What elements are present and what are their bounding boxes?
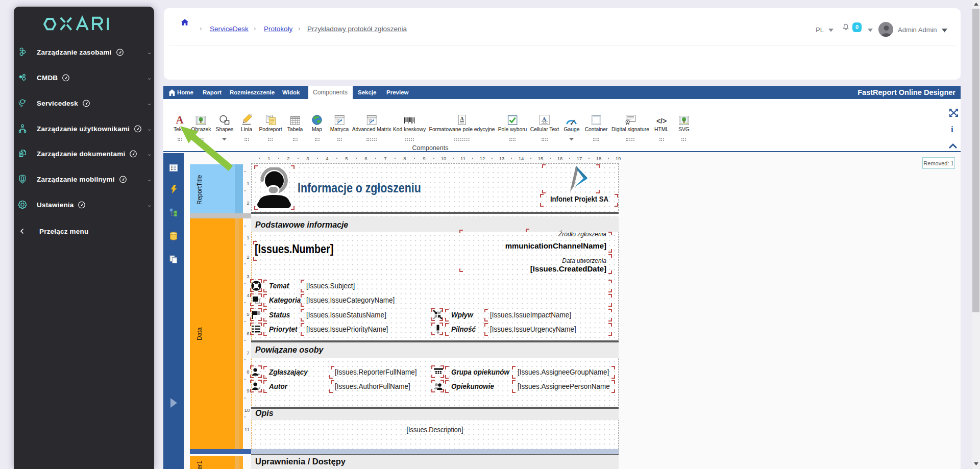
svg-text:A: A <box>460 116 464 121</box>
svg-text:A: A <box>543 116 547 122</box>
